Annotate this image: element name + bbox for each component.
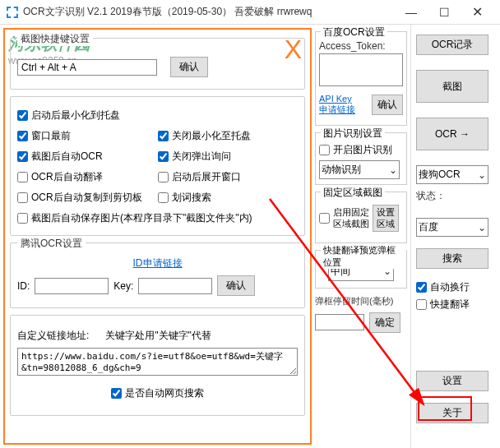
fixed-area-title: 固定区域截图: [321, 186, 385, 200]
baidu-api-link[interactable]: API Key 申请链接: [319, 94, 355, 115]
auto-wrap-checkbox[interactable]: 自动换行: [416, 280, 488, 294]
about-button[interactable]: 关于: [416, 403, 488, 423]
window-title: OCR文字识别 V2.1 2019春节版（2019-05-30） 吾爱破解 rr…: [23, 5, 395, 19]
minimize-button[interactable]: —: [395, 1, 428, 24]
titlebar: OCR文字识别 V2.1 2019春节版（2019-05-30） 吾爱破解 rr…: [0, 0, 500, 25]
ocr-button[interactable]: OCR →: [416, 118, 488, 150]
maximize-button[interactable]: ☐: [428, 1, 461, 24]
settings-panel: 河东软件园 www.pc0359.cn X 截图快捷键设置 确认 启动后最小化到…: [3, 28, 312, 445]
settings-button[interactable]: 设置: [416, 371, 488, 391]
popup-stay-label: 弹框停留时间(毫秒): [315, 295, 407, 307]
search-button[interactable]: 搜索: [416, 248, 488, 269]
access-token-label: Access_Token:: [319, 40, 403, 52]
opt-close-to-tray[interactable]: 关闭最小化至托盘: [158, 129, 299, 143]
tencent-confirm-button[interactable]: 确认: [217, 275, 255, 296]
popup-stay-input[interactable]: [315, 314, 364, 330]
tencent-key-input[interactable]: [138, 278, 212, 294]
set-area-button[interactable]: 设置 区域: [373, 205, 399, 231]
ocr-engine-select[interactable]: 搜狗OCR: [416, 165, 488, 184]
popup-pos-title: 快捷翻译预览弹框位置: [321, 244, 406, 269]
baidu-section-title: 百度OCR设置: [321, 25, 387, 39]
middle-panel: 百度OCR设置 Access_Token: API Key 申请链接 确认 图片…: [312, 25, 410, 448]
status-label: 状态：: [416, 189, 488, 203]
hotkey-confirm-button[interactable]: 确认: [170, 57, 208, 77]
tencent-section-title: 腾讯OCR设置: [17, 237, 86, 251]
auto-web-search-checkbox[interactable]: 是否自动网页搜索: [111, 386, 204, 400]
opt-close-prompt[interactable]: 关闭弹出询问: [158, 150, 299, 164]
enable-fixed-area-checkbox[interactable]: 启用固定 区域截图: [319, 207, 369, 229]
opt-expand-on-start[interactable]: 启动后展开窗口: [158, 170, 299, 184]
opt-topmost[interactable]: 窗口最前: [17, 129, 158, 143]
enable-pic-rec-checkbox[interactable]: 开启图片识别: [319, 143, 403, 157]
ocr-record-button[interactable]: OCR记录: [416, 35, 488, 55]
hotkey-input[interactable]: [17, 59, 157, 76]
opt-auto-save-image[interactable]: 截图后自动保存图片(本程序目录下"截图文件夹"内): [17, 211, 298, 225]
popup-confirm-button[interactable]: 确定: [369, 312, 400, 333]
quick-translate-checkbox[interactable]: 快捷翻译: [416, 298, 488, 312]
custom-link-label: 自定义链接地址:: [17, 329, 89, 343]
app-icon: [7, 7, 18, 18]
tencent-id-apply-link[interactable]: ID申请链接: [133, 256, 183, 270]
baidu-confirm-button[interactable]: 确认: [372, 95, 403, 115]
close-button[interactable]: ✕: [461, 1, 493, 24]
custom-link-hint: 关键字处用"关键字"代替: [105, 329, 211, 343]
opt-word-search[interactable]: 划词搜索: [158, 191, 299, 205]
tencent-id-label: ID:: [17, 280, 30, 292]
translate-engine-select[interactable]: 百度: [416, 218, 488, 237]
screenshot-button[interactable]: 截图: [416, 70, 488, 103]
opt-auto-translate[interactable]: OCR后自动翻译: [17, 170, 158, 184]
hotkey-section-title: 截图快捷键设置: [17, 32, 93, 46]
pic-rec-title: 图片识别设置: [321, 127, 385, 141]
custom-link-input[interactable]: https://www.baidu.com/s?ie=utf8&oe=utf8&…: [17, 348, 298, 376]
tencent-key-label: Key:: [113, 280, 133, 292]
right-panel: OCR记录 截图 OCR → 搜狗OCR 状态： 百度 搜索 自动换行 快捷翻译…: [410, 25, 493, 448]
opt-auto-ocr[interactable]: 截图后自动OCR: [17, 150, 158, 164]
access-token-input[interactable]: [319, 53, 403, 86]
pic-rec-select[interactable]: 动物识别: [319, 160, 400, 179]
opt-auto-clipboard[interactable]: OCR后自动复制到剪切板: [17, 191, 158, 205]
opt-minimize-tray[interactable]: 启动后最小化到托盘: [17, 109, 298, 122]
tencent-id-input[interactable]: [35, 278, 109, 294]
